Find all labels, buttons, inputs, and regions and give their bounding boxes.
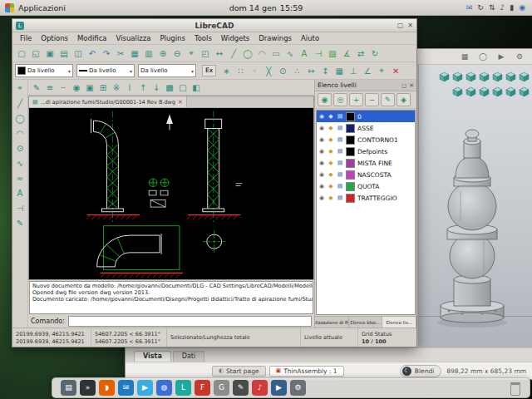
zoom-out-icon[interactable]: ⊖ [170,47,184,60]
menu-plugins[interactable]: Plugins [155,34,189,42]
visibility-icon[interactable]: ◉ [318,113,325,120]
snap-free-icon[interactable]: ∗ [219,64,233,77]
network-icon[interactable]: ⇅ [489,0,495,15]
print-icon[interactable]: ▤ [337,171,343,178]
view-axonometric-icon[interactable] [452,85,463,96]
lock-icon[interactable]: ◆ [328,195,334,201]
dock-settings[interactable]: ⚙ [290,380,306,396]
redo-icon[interactable]: ↷ [100,47,113,60]
layer-row-ASSE[interactable]: ◉◆▤ASSE [317,122,415,134]
dock-tab[interactable]: Visualizzazione di filtro... [315,317,349,328]
menu-file[interactable]: File [16,34,36,42]
ortho-toggle-icon[interactable]: ⊥ [347,64,360,77]
select-window-icon[interactable]: ◧ [190,81,203,94]
dock-tab[interactable]: Elenco bloc... [349,317,383,328]
order-down-icon[interactable]: ↓ [150,81,163,94]
lock-icon[interactable]: ◆ [328,125,334,131]
ellipse-tool-icon[interactable]: ⊙ [13,141,27,155]
paste-icon[interactable]: ▥ [142,47,155,60]
print-icon[interactable]: ▤ [337,113,343,120]
volume-icon[interactable]: ♪ [500,0,505,15]
freecad-3d-viewport[interactable] [419,65,532,347]
zoom-window-icon[interactable]: ◰ [199,47,212,60]
view-rotate-icon[interactable] [492,85,503,96]
drawing-canvas[interactable] [29,108,313,279]
menu-tools[interactable]: Tools [190,34,216,42]
block-create-icon[interactable]: ▣ [83,81,96,94]
polyline-tool-icon[interactable]: ≈ [13,171,27,185]
draw-line-icon[interactable]: ╱ [227,47,240,60]
visibility-icon[interactable]: ◉ [318,183,325,190]
notifications-icon[interactable]: ◉ [519,0,525,15]
preferences-icon[interactable]: ⚙ [513,50,526,63]
save-document-icon[interactable]: ▣ [43,47,57,60]
print-icon[interactable]: ▤ [337,136,343,143]
layer-row-TRATTEGGIO[interactable]: ◉◆▤TRATTEGGIO [317,192,415,204]
lock-icon[interactable]: ◆ [328,183,334,190]
print-icon[interactable]: ▤ [337,160,343,166]
view-rear-icon[interactable] [492,70,503,81]
dimension-icon[interactable]: ⊣ [312,47,325,60]
dock-file-manager[interactable]: ▤ [61,380,76,396]
layer-color-swatch[interactable] [346,135,355,145]
entity-info-icon[interactable]: i [123,81,136,94]
show-all-layers-button[interactable]: ◉ [318,93,332,106]
modify-layer-button[interactable]: ✎ [381,93,395,106]
print-icon[interactable]: ▤ [57,47,71,60]
librecad-window[interactable]: L LibreCAD ▢ ✕ FileOptionsModificaVisual… [12,18,417,347]
dock-telegram[interactable]: ▶ [137,380,153,396]
explode-icon[interactable]: ※ [110,81,123,94]
snap-grid-icon[interactable]: ∷ [234,64,247,77]
circle-tool-icon[interactable]: ◯ [13,111,27,125]
pen-color-icon[interactable]: ✎ [30,81,43,94]
clock[interactable]: dom 14 gen 15:59 [229,3,303,12]
workbench-selector-icon[interactable]: ▦ [458,50,471,63]
layer-row-NASCOSTA[interactable]: ◉◆▤NASCOSTA [317,169,415,180]
select-tool-icon[interactable]: ⌖ [13,81,27,95]
lock-icon[interactable]: ◆ [328,136,334,143]
order-up-icon[interactable]: ↑ [136,81,150,94]
layer-row-QUOTA[interactable]: ◉◆▤QUOTA [317,180,415,192]
view-top-icon[interactable] [466,70,476,81]
lock-icon[interactable]: ◆ [328,113,334,120]
snap-center-icon[interactable]: ⊙ [276,64,289,77]
layer-panel-titlebar[interactable]: Elenco livelli ◻ ✕ [315,80,416,91]
visibility-icon[interactable]: ◉ [318,136,325,143]
rotate-icon[interactable]: ↻ [368,47,382,60]
view-right-icon[interactable] [479,70,490,81]
close-icon[interactable]: ✕ [407,22,413,29]
menu-options[interactable]: Options [37,34,72,42]
move-icon[interactable]: ⇄ [354,47,367,60]
layer-color-swatch[interactable] [346,170,355,180]
lock-icon[interactable]: ◆ [328,160,334,166]
lock-icon[interactable]: ◆ [328,148,334,155]
dock-terminal[interactable]: » [80,380,96,396]
layer-row-0[interactable]: ◉◆▤0 [317,111,415,122]
color-combobox[interactable]: Da livello ▾ [15,64,73,77]
angle-lock-icon[interactable]: ∠ [361,64,374,77]
measure-icon[interactable]: ∡ [340,47,353,60]
lock-icon[interactable]: ◆ [328,171,334,178]
stop-command-icon[interactable]: ✕ [389,64,402,77]
snap-endpoint-icon[interactable]: ◦ [248,64,261,77]
text-tool-icon[interactable]: A [13,186,27,200]
maximize-icon[interactable]: ▢ [397,22,404,29]
layer-color-swatch[interactable] [346,194,355,203]
new-document-icon[interactable]: ▢ [15,47,28,60]
layer-row-Defpoints[interactable]: ◉◆▤Defpoints [317,145,415,157]
view-pan-icon[interactable] [505,85,516,96]
print-icon[interactable]: ▤ [337,195,343,201]
restrict-vertical-icon[interactable]: ↕ [318,64,332,77]
applications-menu[interactable]: Applicazioni [0,3,71,12]
hide-all-layers-button[interactable]: ◎ [333,93,347,106]
select-all-icon[interactable]: ▩ [163,81,176,94]
print-preview-icon[interactable]: ◫ [71,47,85,60]
arc-tool-icon[interactable]: ◠ [13,126,27,140]
remove-layer-button[interactable]: − [365,93,379,106]
updates-icon[interactable]: ↻ [477,0,484,15]
spline-tool-icon[interactable]: ∿ [13,156,27,170]
undo-icon[interactable]: ↶ [86,47,99,60]
close-panel-icon[interactable]: ✕ [409,82,414,89]
view-bottom-icon[interactable] [505,70,516,81]
modify-tool-icon[interactable]: ✎ [13,216,27,229]
